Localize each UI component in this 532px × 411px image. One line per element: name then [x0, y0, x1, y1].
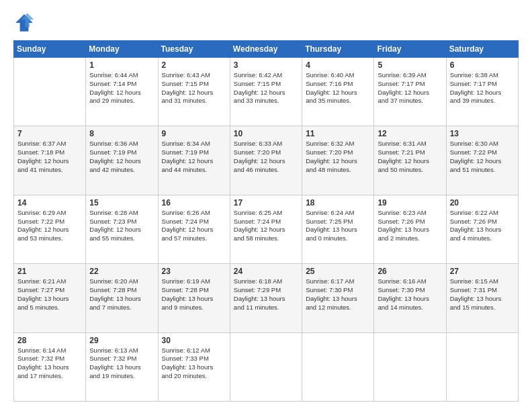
- day-info: Sunrise: 6:16 AM Sunset: 7:30 PM Dayligh…: [378, 277, 442, 312]
- calendar-table: SundayMondayTuesdayWednesdayThursdayFrid…: [13, 40, 519, 402]
- calendar-cell: 14Sunrise: 6:29 AM Sunset: 7:22 PM Dayli…: [14, 195, 86, 263]
- calendar-cell: 29Sunrise: 6:13 AM Sunset: 7:32 PM Dayli…: [86, 332, 158, 401]
- day-number: 27: [450, 267, 515, 276]
- day-info: Sunrise: 6:20 AM Sunset: 7:28 PM Dayligh…: [89, 277, 154, 312]
- calendar-row-3: 21Sunrise: 6:21 AM Sunset: 7:27 PM Dayli…: [14, 264, 519, 332]
- day-info: Sunrise: 6:40 AM Sunset: 7:16 PM Dayligh…: [306, 71, 370, 105]
- day-info: Sunrise: 6:19 AM Sunset: 7:28 PM Dayligh…: [162, 277, 226, 312]
- day-number: 3: [234, 60, 298, 70]
- calendar-cell: 25Sunrise: 6:17 AM Sunset: 7:30 PM Dayli…: [302, 264, 374, 332]
- day-number: 8: [89, 129, 154, 138]
- weekday-header-row: SundayMondayTuesdayWednesdayThursdayFrid…: [14, 41, 519, 58]
- day-info: Sunrise: 6:36 AM Sunset: 7:19 PM Dayligh…: [89, 140, 154, 174]
- calendar-cell: [230, 332, 302, 401]
- day-number: 22: [89, 267, 154, 276]
- calendar-cell: 11Sunrise: 6:32 AM Sunset: 7:20 PM Dayli…: [302, 126, 374, 195]
- weekday-tuesday: Tuesday: [158, 41, 230, 58]
- day-info: Sunrise: 6:17 AM Sunset: 7:30 PM Dayligh…: [306, 277, 370, 312]
- calendar-cell: 10Sunrise: 6:33 AM Sunset: 7:20 PM Dayli…: [230, 126, 302, 195]
- calendar-cell: 22Sunrise: 6:20 AM Sunset: 7:28 PM Dayli…: [86, 264, 158, 332]
- day-info: Sunrise: 6:37 AM Sunset: 7:18 PM Dayligh…: [17, 140, 82, 174]
- day-number: 21: [17, 267, 82, 276]
- day-number: 18: [306, 198, 370, 208]
- calendar-cell: [374, 332, 446, 401]
- day-number: 24: [234, 267, 298, 276]
- calendar-row-4: 28Sunrise: 6:14 AM Sunset: 7:32 PM Dayli…: [14, 332, 519, 401]
- calendar-cell: 15Sunrise: 6:28 AM Sunset: 7:23 PM Dayli…: [86, 195, 158, 263]
- day-number: 12: [378, 129, 442, 138]
- day-info: Sunrise: 6:24 AM Sunset: 7:25 PM Dayligh…: [306, 209, 370, 243]
- day-number: 1: [89, 60, 154, 70]
- day-info: Sunrise: 6:18 AM Sunset: 7:29 PM Dayligh…: [234, 277, 298, 312]
- calendar-cell: [14, 58, 86, 126]
- day-number: 7: [17, 129, 82, 138]
- day-info: Sunrise: 6:29 AM Sunset: 7:22 PM Dayligh…: [17, 209, 82, 243]
- day-number: 20: [450, 198, 515, 208]
- weekday-wednesday: Wednesday: [230, 41, 302, 58]
- day-info: Sunrise: 6:25 AM Sunset: 7:24 PM Dayligh…: [234, 209, 298, 243]
- day-info: Sunrise: 6:33 AM Sunset: 7:20 PM Dayligh…: [234, 140, 298, 174]
- calendar-row-1: 7Sunrise: 6:37 AM Sunset: 7:18 PM Daylig…: [14, 126, 519, 195]
- day-number: 23: [162, 267, 226, 276]
- day-info: Sunrise: 6:21 AM Sunset: 7:27 PM Dayligh…: [17, 277, 82, 312]
- day-info: Sunrise: 6:26 AM Sunset: 7:24 PM Dayligh…: [162, 209, 226, 243]
- weekday-sunday: Sunday: [14, 41, 86, 58]
- day-info: Sunrise: 6:14 AM Sunset: 7:32 PM Dayligh…: [17, 347, 82, 381]
- day-number: 19: [378, 198, 442, 208]
- day-info: Sunrise: 6:44 AM Sunset: 7:14 PM Dayligh…: [89, 71, 154, 105]
- calendar-cell: 7Sunrise: 6:37 AM Sunset: 7:18 PM Daylig…: [14, 126, 86, 195]
- calendar-cell: 9Sunrise: 6:34 AM Sunset: 7:19 PM Daylig…: [158, 126, 230, 195]
- day-info: Sunrise: 6:39 AM Sunset: 7:17 PM Dayligh…: [378, 71, 442, 105]
- weekday-monday: Monday: [86, 41, 158, 58]
- calendar-cell: 8Sunrise: 6:36 AM Sunset: 7:19 PM Daylig…: [86, 126, 158, 195]
- day-info: Sunrise: 6:31 AM Sunset: 7:21 PM Dayligh…: [378, 140, 442, 174]
- calendar-cell: 26Sunrise: 6:16 AM Sunset: 7:30 PM Dayli…: [374, 264, 446, 332]
- calendar-cell: [302, 332, 374, 401]
- weekday-saturday: Saturday: [446, 41, 518, 58]
- calendar-cell: 6Sunrise: 6:38 AM Sunset: 7:17 PM Daylig…: [446, 58, 518, 126]
- calendar-cell: 5Sunrise: 6:39 AM Sunset: 7:17 PM Daylig…: [374, 58, 446, 126]
- day-info: Sunrise: 6:34 AM Sunset: 7:19 PM Dayligh…: [162, 140, 226, 174]
- calendar-cell: 4Sunrise: 6:40 AM Sunset: 7:16 PM Daylig…: [302, 58, 374, 126]
- day-number: 26: [378, 267, 442, 276]
- header: [13, 12, 519, 34]
- calendar-cell: 19Sunrise: 6:23 AM Sunset: 7:26 PM Dayli…: [374, 195, 446, 263]
- day-number: 14: [17, 198, 82, 208]
- day-info: Sunrise: 6:42 AM Sunset: 7:15 PM Dayligh…: [234, 71, 298, 105]
- day-info: Sunrise: 6:38 AM Sunset: 7:17 PM Dayligh…: [450, 71, 515, 105]
- day-number: 29: [89, 336, 154, 345]
- day-number: 25: [306, 267, 370, 276]
- calendar-cell: 17Sunrise: 6:25 AM Sunset: 7:24 PM Dayli…: [230, 195, 302, 263]
- calendar-row-0: 1Sunrise: 6:44 AM Sunset: 7:14 PM Daylig…: [14, 58, 519, 126]
- page: SundayMondayTuesdayWednesdayThursdayFrid…: [0, 0, 532, 411]
- calendar-cell: 27Sunrise: 6:15 AM Sunset: 7:31 PM Dayli…: [446, 264, 518, 332]
- weekday-thursday: Thursday: [302, 41, 374, 58]
- calendar-cell: 16Sunrise: 6:26 AM Sunset: 7:24 PM Dayli…: [158, 195, 230, 263]
- day-info: Sunrise: 6:30 AM Sunset: 7:22 PM Dayligh…: [450, 140, 515, 174]
- calendar-cell: 30Sunrise: 6:12 AM Sunset: 7:33 PM Dayli…: [158, 332, 230, 401]
- day-number: 11: [306, 129, 370, 138]
- day-number: 5: [378, 60, 442, 70]
- day-info: Sunrise: 6:32 AM Sunset: 7:20 PM Dayligh…: [306, 140, 370, 174]
- calendar-cell: 3Sunrise: 6:42 AM Sunset: 7:15 PM Daylig…: [230, 58, 302, 126]
- calendar-cell: 21Sunrise: 6:21 AM Sunset: 7:27 PM Dayli…: [14, 264, 86, 332]
- day-number: 4: [306, 60, 370, 70]
- day-info: Sunrise: 6:43 AM Sunset: 7:15 PM Dayligh…: [162, 71, 226, 105]
- day-number: 9: [162, 129, 226, 138]
- logo: [13, 12, 39, 34]
- day-number: 30: [162, 336, 226, 345]
- calendar-cell: 20Sunrise: 6:22 AM Sunset: 7:26 PM Dayli…: [446, 195, 518, 263]
- day-number: 2: [162, 60, 226, 70]
- day-number: 28: [17, 336, 82, 345]
- day-number: 15: [89, 198, 154, 208]
- day-number: 6: [450, 60, 515, 70]
- day-info: Sunrise: 6:15 AM Sunset: 7:31 PM Dayligh…: [450, 277, 515, 312]
- calendar-cell: 2Sunrise: 6:43 AM Sunset: 7:15 PM Daylig…: [158, 58, 230, 126]
- day-info: Sunrise: 6:12 AM Sunset: 7:33 PM Dayligh…: [162, 347, 226, 381]
- calendar-cell: 23Sunrise: 6:19 AM Sunset: 7:28 PM Dayli…: [158, 264, 230, 332]
- calendar-row-2: 14Sunrise: 6:29 AM Sunset: 7:22 PM Dayli…: [14, 195, 519, 263]
- calendar-cell: 1Sunrise: 6:44 AM Sunset: 7:14 PM Daylig…: [86, 58, 158, 126]
- calendar-cell: 24Sunrise: 6:18 AM Sunset: 7:29 PM Dayli…: [230, 264, 302, 332]
- logo-icon: [13, 12, 35, 34]
- day-info: Sunrise: 6:23 AM Sunset: 7:26 PM Dayligh…: [378, 209, 442, 243]
